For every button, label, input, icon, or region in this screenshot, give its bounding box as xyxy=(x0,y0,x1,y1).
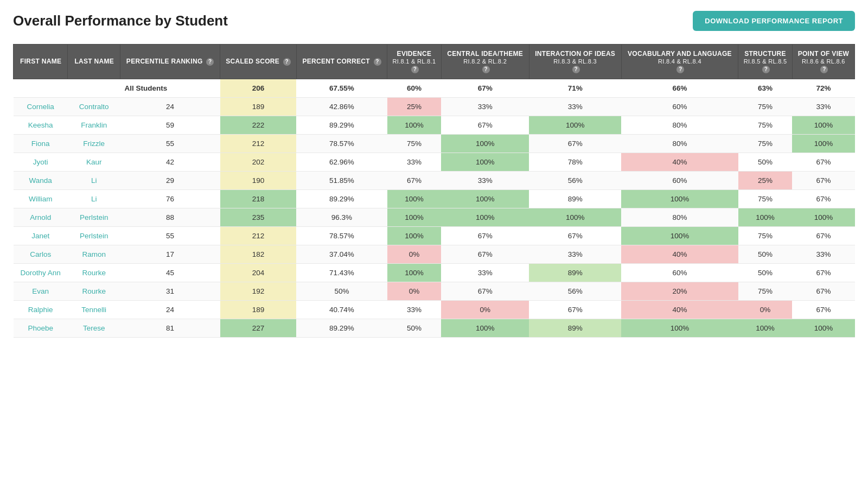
cell-structure: 0% xyxy=(738,300,793,319)
vocabulary-help-icon[interactable]: ? xyxy=(676,66,684,73)
cell-first-name: Fiona xyxy=(14,134,68,153)
cell-structure: 100% xyxy=(738,319,793,337)
cell-percentile: 17 xyxy=(120,245,220,263)
cell-structure: 50% xyxy=(738,153,793,171)
cell-point-of-view: 33% xyxy=(792,245,854,263)
central-idea-help-icon[interactable]: ? xyxy=(482,66,490,73)
cell-point-of-view: 67% xyxy=(792,282,854,300)
cell-vocabulary: 80% xyxy=(621,208,738,226)
cell-evidence: 0% xyxy=(387,282,442,300)
cell-first-name xyxy=(14,79,68,97)
cell-first-name: Dorothy Ann xyxy=(14,263,68,282)
cell-point-of-view: 67% xyxy=(792,300,854,319)
cell-evidence: 100% xyxy=(387,189,442,208)
cell-percentile: 59 xyxy=(120,116,220,134)
cell-percentile: 81 xyxy=(120,319,220,337)
cell-percent-correct: 37.04% xyxy=(296,245,387,263)
cell-percentile: All Students xyxy=(120,79,220,97)
page-title: Overall Performance by Student xyxy=(13,12,228,29)
cell-evidence: 100% xyxy=(387,116,442,134)
cell-percentile: 45 xyxy=(120,263,220,282)
point-of-view-help-icon[interactable]: ? xyxy=(820,66,828,73)
cell-scaled-score: 204 xyxy=(220,263,297,282)
cell-central-idea: 67% xyxy=(441,282,529,300)
page-header: Overall Performance by Student DOWNLOAD … xyxy=(13,11,855,31)
cell-central-idea: 100% xyxy=(441,189,529,208)
cell-structure: 50% xyxy=(738,245,793,263)
structure-help-icon[interactable]: ? xyxy=(762,66,770,73)
cell-structure: 25% xyxy=(738,171,793,189)
table-row: Dorothy Ann Rourke 45 204 71.43% 100% 33… xyxy=(14,263,855,282)
col-central-idea: CENTRAL IDEA/THEMERI.8.2 & RL.8.2? xyxy=(441,45,529,79)
cell-structure: 75% xyxy=(738,282,793,300)
cell-interaction: 71% xyxy=(529,79,621,97)
cell-interaction: 78% xyxy=(529,153,621,171)
cell-interaction: 67% xyxy=(529,300,621,319)
evidence-help-icon[interactable]: ? xyxy=(411,66,419,73)
cell-last-name: Kaur xyxy=(68,153,120,171)
table-header-row: FIRST NAME LAST NAME PERCENTILE RANKING … xyxy=(14,45,855,79)
cell-first-name: Carlos xyxy=(14,245,68,263)
cell-evidence: 100% xyxy=(387,208,442,226)
col-interaction: INTERACTION OF IDEASRI.8.3 & RL.8.3? xyxy=(529,45,621,79)
cell-percentile: 76 xyxy=(120,189,220,208)
cell-structure: 75% xyxy=(738,97,793,116)
cell-scaled-score: 190 xyxy=(220,171,297,189)
cell-point-of-view: 67% xyxy=(792,263,854,282)
table-row: Ralphie Tennelli 24 189 40.74% 33% 0% 67… xyxy=(14,300,855,319)
col-scaled-score: SCALED SCORE ? xyxy=(220,45,297,79)
cell-evidence: 100% xyxy=(387,263,442,282)
cell-vocabulary: 40% xyxy=(621,153,738,171)
cell-structure: 75% xyxy=(738,134,793,153)
cell-point-of-view: 100% xyxy=(792,116,854,134)
interaction-help-icon[interactable]: ? xyxy=(572,66,580,73)
cell-point-of-view: 100% xyxy=(792,208,854,226)
cell-first-name: Wanda xyxy=(14,171,68,189)
cell-percent-correct: 71.43% xyxy=(296,263,387,282)
table-row: Evan Rourke 31 192 50% 0% 67% 56% 20% 75… xyxy=(14,282,855,300)
table-row: Jyoti Kaur 42 202 62.96% 33% 100% 78% 40… xyxy=(14,153,855,171)
cell-percentile: 29 xyxy=(120,171,220,189)
scaled-score-help-icon[interactable]: ? xyxy=(283,58,291,66)
cell-percent-correct: 67.55% xyxy=(296,79,387,97)
cell-central-idea: 100% xyxy=(441,319,529,337)
cell-vocabulary: 60% xyxy=(621,97,738,116)
cell-central-idea: 33% xyxy=(441,171,529,189)
cell-central-idea: 67% xyxy=(441,116,529,134)
cell-vocabulary: 40% xyxy=(621,245,738,263)
cell-point-of-view: 100% xyxy=(792,134,854,153)
cell-interaction: 67% xyxy=(529,134,621,153)
cell-central-idea: 67% xyxy=(441,226,529,245)
cell-scaled-score: 189 xyxy=(220,300,297,319)
download-button[interactable]: DOWNLOAD PERFORMANCE REPORT xyxy=(693,11,855,31)
cell-scaled-score: 212 xyxy=(220,134,297,153)
cell-vocabulary: 80% xyxy=(621,134,738,153)
cell-structure: 75% xyxy=(738,226,793,245)
percentile-help-icon[interactable]: ? xyxy=(206,58,214,66)
col-point-of-view: POINT OF VIEWRI.8.6 & RL.8.6? xyxy=(792,45,854,79)
cell-vocabulary: 60% xyxy=(621,171,738,189)
cell-scaled-score: 189 xyxy=(220,97,297,116)
cell-percentile: 55 xyxy=(120,134,220,153)
percent-correct-help-icon[interactable]: ? xyxy=(374,58,381,66)
cell-last-name xyxy=(68,79,120,97)
cell-scaled-score: 222 xyxy=(220,116,297,134)
col-last-name: LAST NAME xyxy=(68,45,120,79)
cell-scaled-score: 227 xyxy=(220,319,297,337)
cell-evidence: 33% xyxy=(387,153,442,171)
col-percent-correct: PERCENT CORRECT ? xyxy=(296,45,387,79)
cell-evidence: 0% xyxy=(387,245,442,263)
cell-scaled-score: 218 xyxy=(220,189,297,208)
cell-evidence: 75% xyxy=(387,134,442,153)
cell-vocabulary: 100% xyxy=(621,226,738,245)
cell-structure: 100% xyxy=(738,208,793,226)
col-first-name: FIRST NAME xyxy=(14,45,68,79)
table-row: Cornelia Contralto 24 189 42.86% 25% 33%… xyxy=(14,97,855,116)
cell-vocabulary: 100% xyxy=(621,189,738,208)
cell-percent-correct: 40.74% xyxy=(296,300,387,319)
cell-structure: 50% xyxy=(738,263,793,282)
cell-last-name: Franklin xyxy=(68,116,120,134)
cell-scaled-score: 202 xyxy=(220,153,297,171)
cell-first-name: Arnold xyxy=(14,208,68,226)
cell-structure: 75% xyxy=(738,116,793,134)
